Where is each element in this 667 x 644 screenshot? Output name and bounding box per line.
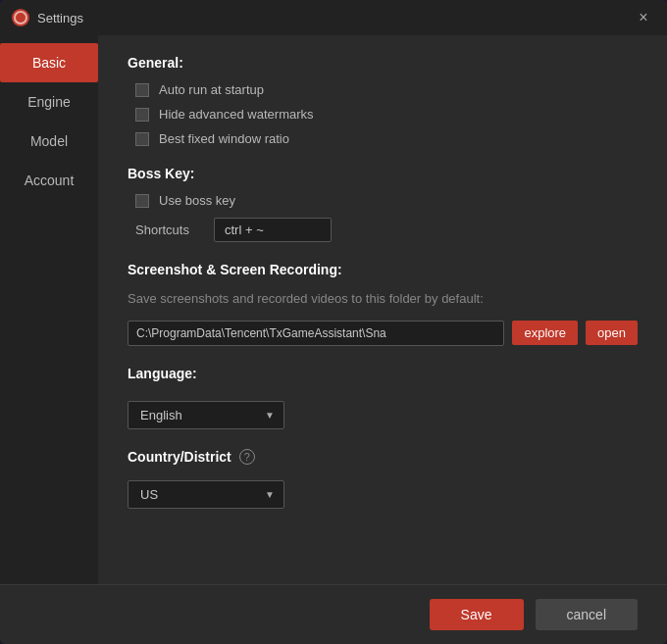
help-icon[interactable]: ? bbox=[239, 449, 255, 465]
language-title: Language: bbox=[128, 366, 638, 381]
fixed-window-row: Best fixed window ratio bbox=[128, 131, 638, 146]
save-button[interactable]: Save bbox=[430, 599, 524, 630]
general-title: General: bbox=[128, 55, 638, 71]
hide-watermarks-row: Hide advanced watermarks bbox=[128, 107, 638, 122]
country-section: Country/District ? US China Japan Korea … bbox=[128, 449, 638, 509]
main-content: General: Auto run at startup Hide advanc… bbox=[98, 35, 667, 584]
path-row: explore open bbox=[128, 321, 638, 346]
footer: Save cancel bbox=[0, 584, 667, 644]
settings-dialog: Settings × Basic Engine Model Account Ge… bbox=[0, 0, 667, 644]
hide-watermarks-label: Hide advanced watermarks bbox=[159, 107, 314, 122]
boss-key-section: Boss Key: Use boss key Shortcuts bbox=[128, 166, 638, 242]
open-button[interactable]: open bbox=[586, 321, 638, 345]
sidebar: Basic Engine Model Account bbox=[0, 35, 98, 584]
general-section: General: Auto run at startup Hide advanc… bbox=[128, 55, 638, 146]
close-button[interactable]: × bbox=[632, 6, 655, 29]
use-boss-key-label: Use boss key bbox=[159, 193, 235, 208]
title-bar: Settings × bbox=[0, 0, 667, 35]
explore-button[interactable]: explore bbox=[512, 321, 578, 345]
use-boss-key-checkbox[interactable] bbox=[135, 194, 149, 208]
use-boss-key-row: Use boss key bbox=[128, 193, 638, 208]
hide-watermarks-checkbox[interactable] bbox=[135, 108, 149, 122]
auto-run-checkbox[interactable] bbox=[135, 83, 149, 97]
country-label-row: Country/District ? bbox=[128, 449, 638, 465]
sidebar-item-model[interactable]: Model bbox=[0, 122, 98, 161]
language-section: Language: English Chinese Japanese Korea… bbox=[128, 366, 638, 429]
country-dropdown-wrapper: US China Japan Korea Other ▼ bbox=[128, 480, 284, 509]
language-dropdown-wrapper: English Chinese Japanese Korean ▼ bbox=[128, 401, 284, 429]
fixed-window-checkbox[interactable] bbox=[135, 132, 149, 146]
content-area: Basic Engine Model Account General: Auto… bbox=[0, 35, 667, 584]
cancel-button[interactable]: cancel bbox=[536, 599, 638, 630]
screenshot-section: Screenshot & Screen Recording: Save scre… bbox=[128, 262, 638, 346]
app-icon bbox=[12, 9, 29, 26]
dialog-title: Settings bbox=[37, 11, 632, 25]
country-title: Country/District bbox=[128, 449, 231, 465]
auto-run-label: Auto run at startup bbox=[159, 82, 264, 97]
shortcuts-row: Shortcuts bbox=[128, 218, 638, 242]
screenshot-desc: Save screenshots and recorded videos to … bbox=[128, 289, 638, 309]
shortcuts-input[interactable] bbox=[214, 218, 332, 242]
fixed-window-label: Best fixed window ratio bbox=[159, 131, 289, 146]
sidebar-item-account[interactable]: Account bbox=[0, 161, 98, 200]
language-select[interactable]: English Chinese Japanese Korean bbox=[128, 401, 284, 429]
auto-run-row: Auto run at startup bbox=[128, 82, 638, 97]
boss-key-title: Boss Key: bbox=[128, 166, 638, 181]
sidebar-item-engine[interactable]: Engine bbox=[0, 82, 98, 122]
path-input[interactable] bbox=[128, 321, 504, 346]
country-select[interactable]: US China Japan Korea Other bbox=[128, 480, 284, 509]
screenshot-title: Screenshot & Screen Recording: bbox=[128, 262, 638, 277]
shortcuts-label: Shortcuts bbox=[135, 223, 204, 237]
sidebar-item-basic[interactable]: Basic bbox=[0, 43, 98, 82]
